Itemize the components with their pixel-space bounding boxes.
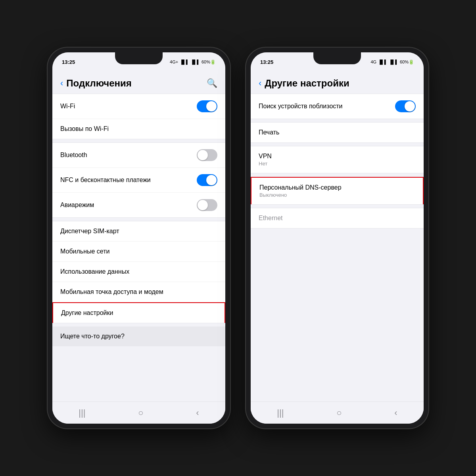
- signal-icon-2: ▐▌▌: [378, 60, 387, 64]
- home-button-2[interactable]: ○: [336, 408, 342, 418]
- settings-list-1: Wi-Fi Вызовы по Wi-Fi Bluetooth NFC и бе…: [52, 94, 225, 401]
- top-bar-1: ‹ Подключения 🔍: [52, 71, 225, 94]
- nav-bar-1: ||| ○ ‹: [52, 401, 225, 424]
- section-print: Печать: [251, 122, 424, 143]
- dns-sub: Выключено: [259, 192, 342, 198]
- section-vpn: VPN Нет: [251, 146, 424, 173]
- phone-1: 13:25 4G+ ▐▌▌ ▐▌▌ 60%🔋 ‹ Подключения 🔍: [48, 48, 230, 428]
- list-item-airplane[interactable]: Авиарежим: [52, 193, 225, 217]
- other-settings-label: Другие настройки: [61, 309, 113, 317]
- back-button-1[interactable]: ‹: [60, 78, 63, 88]
- screen-content-1: ‹ Подключения 🔍 Wi-Fi Вызовы по Wi-Fi: [52, 71, 225, 424]
- list-item-hotspot[interactable]: Мобильная точка доступа и модем: [52, 282, 225, 302]
- list-item-vpn[interactable]: VPN Нет: [251, 146, 424, 173]
- section-bluetooth: Bluetooth NFC и бесконтактные платежи Ав…: [52, 142, 225, 218]
- list-item-sim[interactable]: Диспетчер SIM-карт: [52, 221, 225, 242]
- list-item-wifi[interactable]: Wi-Fi: [52, 94, 225, 119]
- dns-label: Персональный DNS-сервер: [259, 184, 342, 191]
- print-label: Печать: [259, 129, 279, 136]
- list-item-dns[interactable]: Персональный DNS-сервер Выключено: [251, 177, 424, 204]
- network-icon-2: 4G: [371, 60, 377, 64]
- section-ethernet: Ethernet: [251, 208, 424, 228]
- status-bar-2: 13:25 4G ▐▌▌ ▐▌▌ 60%🔋: [251, 52, 424, 71]
- section-wifi: Wi-Fi Вызовы по Wi-Fi: [52, 94, 225, 139]
- bluetooth-label: Bluetooth: [60, 152, 87, 159]
- list-item-data-usage[interactable]: Использование данных: [52, 262, 225, 282]
- battery-icon-1: 60%🔋: [202, 60, 216, 65]
- vpn-label: VPN: [259, 153, 272, 160]
- section-dns: Персональный DNS-сервер Выключено: [251, 177, 424, 205]
- settings-list-2: Поиск устройств поблизости Печать VPN: [251, 94, 424, 401]
- section-other: Диспетчер SIM-карт Мобильные сети Исполь…: [52, 221, 225, 323]
- status-time-1: 13:25: [62, 59, 75, 65]
- list-item-mobile-net[interactable]: Мобильные сети: [52, 242, 225, 262]
- nav-bar-2: ||| ○ ‹: [251, 401, 424, 424]
- status-icons-1: 4G+ ▐▌▌ ▐▌▌ 60%🔋: [170, 60, 216, 65]
- status-time-2: 13:25: [260, 59, 273, 65]
- list-item-ethernet: Ethernet: [251, 208, 424, 228]
- list-item-nearby[interactable]: Поиск устройств поблизости: [251, 94, 424, 119]
- section-nearby: Поиск устройств поблизости: [251, 94, 424, 119]
- network-icon-1: 4G+: [170, 60, 178, 64]
- nfc-label: NFC и бесконтактные платежи: [60, 177, 151, 184]
- search-suggestion-item[interactable]: Ищете что-то другое?: [52, 326, 225, 346]
- screen-content-2: ‹ Другие настройки Поиск устройств побли…: [251, 71, 424, 424]
- page-title-2: Другие настройки: [265, 78, 349, 89]
- status-bar-1: 13:25 4G+ ▐▌▌ ▐▌▌ 60%🔋: [52, 52, 225, 71]
- sim-label: Диспетчер SIM-карт: [60, 228, 119, 235]
- status-icons-2: 4G ▐▌▌ ▐▌▌ 60%🔋: [371, 60, 415, 65]
- data-usage-label: Использование данных: [60, 268, 129, 275]
- wifi-toggle[interactable]: [197, 100, 217, 112]
- bluetooth-toggle[interactable]: [197, 149, 217, 161]
- wifi-icon-2: ▐▌▌: [389, 60, 398, 64]
- wifi-label: Wi-Fi: [60, 103, 75, 110]
- mobile-net-label: Мобильные сети: [60, 248, 110, 255]
- signal-icon-1: ▐▌▌: [180, 60, 189, 64]
- top-bar-2: ‹ Другие настройки: [251, 71, 424, 94]
- recent-apps-button-1[interactable]: |||: [79, 408, 85, 418]
- back-nav-button-1[interactable]: ‹: [196, 408, 199, 418]
- search-button-1[interactable]: 🔍: [207, 78, 217, 88]
- back-button-2[interactable]: ‹: [259, 78, 261, 88]
- home-button-1[interactable]: ○: [138, 408, 143, 418]
- recent-apps-button-2[interactable]: |||: [277, 408, 284, 418]
- wifi-icon-1: ▐▌▌: [191, 60, 200, 64]
- vpn-sub: Нет: [259, 161, 272, 167]
- list-item-nfc[interactable]: NFC и бесконтактные платежи: [52, 168, 225, 193]
- back-nav-button-2[interactable]: ‹: [394, 408, 397, 418]
- list-item-other-settings[interactable]: Другие настройки: [52, 302, 225, 323]
- airplane-label: Авиарежим: [60, 202, 94, 209]
- list-item-wifi-calls[interactable]: Вызовы по Wi-Fi: [52, 119, 225, 139]
- list-item-print[interactable]: Печать: [251, 123, 424, 142]
- airplane-toggle[interactable]: [197, 199, 217, 211]
- nearby-label: Поиск устройств поблизости: [259, 103, 343, 110]
- search-suggestion-section: Ищете что-то другое?: [52, 326, 225, 346]
- ethernet-label: Ethernet: [259, 215, 282, 222]
- battery-icon-2: 60%🔋: [400, 60, 414, 65]
- nearby-toggle[interactable]: [395, 100, 416, 112]
- hotspot-label: Мобильная точка доступа и модем: [60, 288, 163, 296]
- nfc-toggle[interactable]: [197, 174, 217, 186]
- phone-2: 13:25 4G ▐▌▌ ▐▌▌ 60%🔋 ‹ Другие настройки: [246, 48, 428, 428]
- wifi-calls-label: Вызовы по Wi-Fi: [60, 125, 109, 132]
- page-title-1: Подключения: [66, 78, 132, 89]
- list-item-bluetooth[interactable]: Bluetooth: [52, 143, 225, 168]
